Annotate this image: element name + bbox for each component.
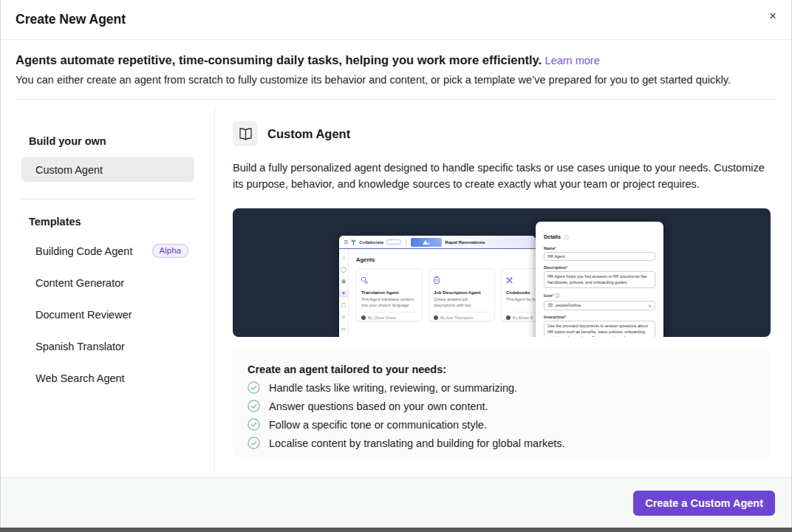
agent-card-codebooks: Codebooks This Agent he building code By…	[501, 268, 536, 321]
create-custom-agent-button[interactable]: Create a Custom Agent	[633, 491, 775, 516]
vertical-divider	[214, 106, 215, 473]
workspace-name: Rapid Renovations	[445, 240, 485, 245]
agent-card-desc: This Agent he building code	[506, 297, 536, 309]
agent-card-title: Job Description Agent	[434, 290, 490, 295]
preview-brand-label: Collaborate	[359, 240, 383, 245]
history-icon: ◯	[339, 267, 348, 274]
archive-icon: ▢	[339, 302, 348, 310]
preview-toolbar: ☰ Collaborate Rapid Renovations	[339, 236, 536, 249]
preview-icon-rail: ⌂ ◯ ▣ ✦ ▢ ∞ ▭	[339, 249, 349, 337]
collaborate-logo-icon	[351, 239, 356, 245]
toolbar-divider	[406, 239, 406, 245]
avatar	[361, 316, 366, 320]
agent-card-byline: By Ava Thompson	[434, 316, 490, 320]
modal-body: Build your own Custom Agent Templates Bu…	[1, 106, 791, 473]
agent-card-byline: By Oliver Grant	[361, 316, 417, 320]
template-label: Web Search Agent	[35, 372, 125, 384]
sidebar-item-building-code-agent[interactable]: Building Code Agent Alpha	[21, 235, 194, 267]
agent-card-desc: Create detailed job descriptions with ke…	[434, 297, 490, 309]
icon-label: Icon* ⓘ	[544, 293, 655, 299]
intro-section: Agents automate repetitive, time-consumi…	[1, 40, 791, 86]
avatar	[506, 316, 511, 320]
description-label: Description*	[544, 265, 655, 270]
image-icon: ▣	[339, 279, 348, 286]
main-panel: Custom Agent Build a fully personalized …	[233, 106, 771, 457]
preview-details-form: Details ⓘ Name* HR Agent Description* HR…	[536, 222, 663, 337]
info-icon: ⓘ	[555, 293, 559, 298]
templates-list: Building Code Agent Alpha Content Genera…	[21, 235, 194, 394]
check-circle-icon	[248, 437, 260, 449]
card-divider	[434, 312, 490, 313]
custom-agent-header: Custom Agent	[233, 121, 771, 146]
sidebar-item-content-generator[interactable]: Content Generator	[21, 267, 194, 299]
preview-agent-cards: A Translation Agent This Agent translate…	[356, 268, 536, 321]
agent-card-title: Codebooks	[506, 290, 536, 295]
link-icon: ∞	[339, 314, 348, 321]
sidebar-divider	[21, 199, 194, 200]
agents-sparkle-icon: ✦	[339, 290, 348, 298]
intro-divider	[16, 99, 776, 100]
benefit-item: Answer questions based on your own conte…	[248, 400, 756, 412]
clipboard-icon	[434, 276, 440, 284]
create-agent-modal: Create New Agent × Agents automate repet…	[0, 0, 792, 528]
sidebar: Build your own Custom Agent Templates Bu…	[21, 106, 194, 394]
check-circle-icon	[248, 400, 260, 412]
translation-icon: A	[361, 277, 368, 284]
preview-app-body: ⌂ ◯ ▣ ✦ ▢ ∞ ▭ Agents A	[339, 249, 536, 337]
agent-card-title: Translation Agent	[361, 290, 417, 295]
sidebar-item-web-search-agent[interactable]: Web Search Agent	[21, 362, 194, 394]
svg-text:A: A	[365, 280, 368, 284]
chevron-down-icon: ∨	[649, 303, 652, 308]
page-background-strip	[0, 528, 792, 532]
benefit-item: Handle tasks like writing, reviewing, or…	[248, 381, 756, 394]
name-field: HR Agent	[544, 252, 655, 261]
template-label: Spanish Translator	[35, 341, 125, 352]
details-form-title: Details	[544, 234, 561, 239]
sidebar-item-custom-agent[interactable]: Custom Agent	[21, 157, 194, 182]
agent-card-translation: A Translation Agent This Agent translate…	[356, 268, 423, 321]
workspace-logo	[411, 238, 442, 247]
card-divider	[506, 312, 536, 313]
agent-card-byline: By Ethan B	[506, 316, 536, 320]
benefit-item: Localise content by translating and buil…	[248, 437, 756, 449]
description-field: HR Agent helps you find answers in HR do…	[544, 271, 655, 288]
agent-card-desc: This Agent translates content into your …	[361, 297, 417, 309]
build-your-own-heading: Build your own	[29, 135, 194, 147]
preview-app-window: ☰ Collaborate Rapid Renovations ⌂	[339, 236, 536, 337]
avatar	[434, 316, 438, 320]
intro-headline: Agents automate repetitive, time-consumi…	[16, 53, 542, 66]
name-label: Name*	[544, 246, 655, 250]
preview-content: Agents A Translation Agent This Agent tr…	[349, 249, 536, 337]
template-label: Document Reviewer	[35, 309, 132, 321]
preview-section-title: Agents	[356, 256, 536, 263]
trash-icon: ▭	[339, 326, 348, 333]
menu-icon: ☰	[344, 239, 348, 245]
template-label: Building Code Agent	[35, 245, 132, 257]
instruction-field: Use the provided documents to answer que…	[544, 321, 655, 338]
sidebar-item-document-reviewer[interactable]: Document Reviewer	[21, 299, 194, 330]
info-icon: ⓘ	[564, 235, 568, 239]
agent-card-job-description: Job Description Agent Create detailed jo…	[429, 268, 495, 321]
tools-icon	[506, 277, 513, 284]
preview-image: ☰ Collaborate Rapid Renovations ⌂	[233, 208, 771, 337]
check-circle-icon	[248, 418, 260, 431]
home-icon: ⌂	[339, 255, 348, 262]
people-outline-icon	[547, 303, 553, 307]
sidebar-item-spanish-translator[interactable]: Spanish Translator	[21, 330, 194, 362]
custom-agent-title: Custom Agent	[267, 127, 350, 141]
custom-agent-label: Custom Agent	[35, 164, 103, 176]
alpha-badge: Alpha	[152, 244, 188, 258]
preview-brand-badge	[386, 239, 401, 245]
instruction-label: Instruction*	[544, 315, 655, 319]
benefits-heading: Create an agent tailored to your needs:	[248, 364, 756, 375]
modal-header: Create New Agent ×	[1, 0, 791, 40]
templates-heading: Templates	[29, 216, 194, 228]
close-icon[interactable]: ×	[766, 7, 779, 25]
modal-footer: Create a Custom Agent	[1, 477, 791, 528]
icon-select: peopleOutline ∨	[544, 301, 655, 310]
book-icon	[233, 121, 258, 146]
template-label: Content Generator	[35, 277, 124, 289]
card-divider	[361, 312, 417, 313]
modal-title: Create New Agent	[16, 12, 126, 27]
learn-more-link[interactable]: Learn more	[545, 55, 600, 66]
